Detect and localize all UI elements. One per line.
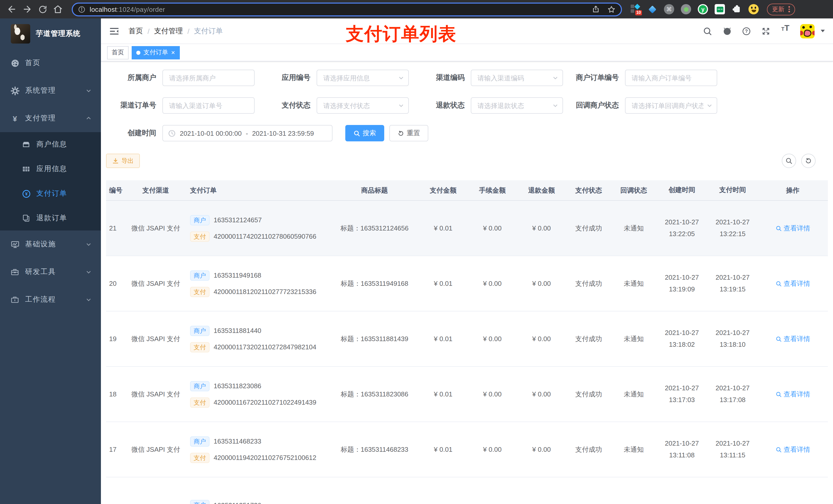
forward-icon[interactable] (21, 3, 34, 16)
reset-button[interactable]: 重置 (389, 125, 428, 141)
back-icon[interactable] (5, 3, 19, 16)
sidebar-item-system[interactable]: 系统管理 (0, 77, 101, 104)
extension-chat-icon[interactable] (715, 4, 725, 14)
browser-update-button[interactable]: 更新 (767, 3, 795, 15)
channel-order-no-label: 渠道订单号 (106, 101, 162, 110)
breadcrumb-home[interactable]: 首页 (128, 26, 143, 35)
chevron-down-icon (552, 102, 558, 109)
tab-pay-order[interactable]: 支付订单× (132, 46, 180, 59)
sidebar-item-dev-tools[interactable]: 研发工具 (0, 258, 101, 286)
bookmark-star-icon[interactable] (607, 5, 616, 14)
table-row: 19 微信 JSAPI 支付 商户1635311881440 支付4200001… (106, 311, 828, 367)
reload-icon[interactable] (36, 3, 49, 16)
github-icon[interactable] (719, 23, 735, 39)
extension-tampermonkey-icon[interactable]: 10 (630, 4, 640, 14)
export-button[interactable]: 导出 (106, 154, 140, 168)
breadcrumb: 首页 / 支付管理 / 支付订单 (128, 26, 223, 35)
view-detail-link[interactable]: 查看详情 (776, 334, 810, 343)
chevron-down-icon (86, 269, 92, 275)
pay-tag: 支付 (190, 287, 210, 297)
system-title: 芋道管理系统 (36, 29, 80, 39)
chevron-up-icon (86, 115, 92, 121)
range-end: 2021-10-31 23:59:59 (252, 129, 314, 137)
extension-dot-icon[interactable] (681, 4, 691, 14)
chevron-down-icon (86, 241, 92, 247)
merchant-tag: 商户 (190, 215, 210, 225)
table-row: 21 微信 JSAPI 支付 商户1635312124657 支付4200001… (106, 201, 828, 256)
fullscreen-icon[interactable] (758, 23, 774, 39)
range-separator: - (246, 129, 248, 137)
sidebar-collapse-icon[interactable] (109, 26, 119, 36)
dashboard-icon (10, 58, 20, 67)
toggle-search-icon[interactable] (782, 154, 796, 168)
view-detail-link[interactable]: 查看详情 (776, 445, 810, 454)
table-row: 17 微信 JSAPI 支付 商户1635311468233 支付4200001… (106, 422, 828, 477)
page-annotation: 支付订单列表 (346, 22, 456, 46)
channel-order-no-input[interactable] (162, 97, 255, 114)
sidebar-item-refund-order[interactable]: 退款订单 (0, 206, 101, 231)
tab-home[interactable]: 首页 (107, 46, 128, 59)
table-row-partial: 商户1635311351736 (106, 477, 828, 504)
pay-order-cell: 商户1635311881440 支付4200001173202110272847… (187, 326, 330, 352)
svg-text:?: ? (745, 28, 748, 33)
pay-order-cell: 商户1635311949168 支付4200001181202110277723… (187, 270, 330, 297)
avatar-caret-icon[interactable] (821, 30, 825, 32)
search-icon[interactable] (700, 23, 715, 39)
sidebar-submenu-pay: 商户信息 应用信息 ¥ 支付订单 退款订单 (0, 132, 101, 231)
svg-text:¥: ¥ (25, 191, 27, 196)
share-icon[interactable] (592, 5, 600, 13)
sidebar-menu: 首页 系统管理 ¥ 支付管理 商户信息 (0, 49, 101, 504)
create-time-label: 创建时间 (106, 128, 162, 138)
table-header: 编号 支付渠道 支付订单 商品标题 支付金额 手续金额 退款金额 支付状态 回调… (106, 180, 828, 201)
sidebar-item-workflow[interactable]: 工作流程 (0, 286, 101, 313)
chevron-down-icon (398, 102, 404, 109)
pay-tag: 支付 (190, 231, 210, 241)
home-icon[interactable] (51, 3, 65, 16)
sidebar-item-app-info[interactable]: 应用信息 (0, 157, 101, 181)
toolbox-icon (10, 268, 20, 276)
browser-menu-icon[interactable] (788, 6, 790, 12)
pay-order-cell: 商户1635311468233 支付4200001194202110276752… (187, 436, 330, 463)
tab-close-icon[interactable]: × (171, 49, 175, 56)
view-detail-link[interactable]: 查看详情 (776, 223, 810, 233)
pay-order-cell: 商户1635311351736 (187, 500, 330, 504)
refresh-icon[interactable] (801, 154, 815, 168)
merchant-order-no-input[interactable] (625, 70, 717, 86)
pay-order-cell: 商户1635312124657 支付4200001174202110278060… (187, 215, 330, 241)
callback-status-label: 回调商户状态 (569, 101, 625, 110)
pay-order-table: 编号 支付渠道 支付订单 商品标题 支付金额 手续金额 退款金额 支付状态 回调… (106, 180, 828, 504)
create-time-range-picker[interactable]: 2021-10-01 00:00:00 - 2021-10-31 23:59:5… (162, 125, 332, 141)
sidebar-item-home[interactable]: 首页 (0, 49, 101, 77)
extension-command-icon[interactable]: ⌘ (664, 4, 674, 14)
site-info-icon[interactable] (78, 5, 86, 13)
font-size-icon[interactable]: TT (778, 23, 793, 39)
shop-icon (22, 140, 31, 148)
sidebar-item-merchant-info[interactable]: 商户信息 (0, 132, 101, 157)
view-detail-link[interactable]: 查看详情 (776, 389, 810, 399)
chevron-down-icon (86, 296, 92, 303)
sidebar-item-infrastructure[interactable]: 基础设施 (0, 231, 101, 258)
sidebar-item-pay-order[interactable]: ¥ 支付订单 (0, 181, 101, 206)
extension-kite-icon[interactable] (647, 4, 657, 14)
breadcrumb-current: 支付订单 (194, 26, 223, 35)
channel-code-label: 渠道编码 (414, 73, 471, 82)
callback-status-select[interactable] (625, 97, 717, 114)
breadcrumb-pay-management[interactable]: 支付管理 (154, 26, 183, 35)
channel-code-select[interactable] (471, 70, 563, 86)
browser-extensions: 10 ⌘ y (630, 4, 759, 14)
pay-status-select[interactable] (317, 97, 409, 114)
user-avatar[interactable] (800, 24, 814, 38)
extension-y-icon[interactable]: y (698, 4, 708, 14)
search-form: 所属商户 应用编号 渠道编码 商户订单编号 (106, 62, 828, 141)
search-button[interactable]: 搜索 (345, 125, 384, 141)
extensions-puzzle-icon[interactable] (732, 4, 742, 14)
merchant-input[interactable] (162, 70, 255, 86)
view-detail-link[interactable]: 查看详情 (776, 279, 810, 288)
sidebar-logo: 芋道管理系统 (0, 19, 101, 49)
help-icon[interactable]: ? (739, 23, 754, 39)
url-bar[interactable]: localhost:1024/pay/order (72, 2, 622, 16)
refund-status-select[interactable] (471, 97, 563, 114)
extension-emoji-icon[interactable] (748, 4, 759, 14)
app-select[interactable] (317, 70, 409, 86)
sidebar-item-pay-management[interactable]: ¥ 支付管理 (0, 104, 101, 132)
